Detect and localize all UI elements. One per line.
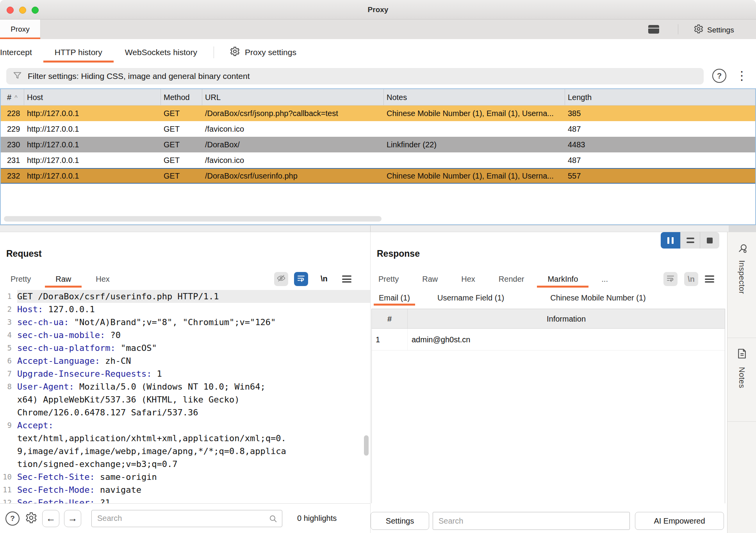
cell-url: /DoraBox/csrf/userinfo.php xyxy=(202,168,384,184)
gear-icon xyxy=(694,24,704,36)
cell-host: http://127.0.0.1 xyxy=(24,106,161,121)
request-line-12: 12Sec-Fetch-User: ?1 xyxy=(0,496,370,503)
column-header-host[interactable]: Host xyxy=(24,89,161,105)
tab-email-1[interactable]: Email (1) xyxy=(379,293,410,302)
filter-summary-text: Filter settings: Hiding CSS, image and g… xyxy=(28,72,250,81)
tab-websockets-history[interactable]: WebSockets history xyxy=(125,48,197,57)
cell-length: 557 xyxy=(565,168,755,184)
settings-label: Settings xyxy=(707,26,734,34)
cell-length: 487 xyxy=(565,121,755,137)
tab-markinfo[interactable]: MarkInfo xyxy=(547,275,578,284)
tab-username-field-1[interactable]: Username Field (1) xyxy=(437,293,504,302)
column-header-method[interactable]: Method xyxy=(161,89,202,105)
stop-icon[interactable] xyxy=(700,232,719,249)
settings-button[interactable]: Settings xyxy=(694,24,734,36)
request-line-11: 11Sec-Fetch-Mode: navigate xyxy=(0,483,370,496)
line-number: 10 xyxy=(0,470,15,483)
hide-highlights-button[interactable] xyxy=(274,272,288,286)
show-newlines-button[interactable]: \n xyxy=(321,274,328,283)
line-number: 1 xyxy=(0,290,15,303)
markinfo-row-1[interactable]: 1admin@gh0st.cn xyxy=(372,329,725,351)
line-number: 6 xyxy=(0,354,15,367)
column-header-notes[interactable]: Notes xyxy=(384,89,565,105)
eye-off-icon xyxy=(276,274,286,285)
help-icon[interactable]: ? xyxy=(712,69,726,83)
vertical-scrollbar-thumb[interactable] xyxy=(364,435,369,456)
request-line-1: 1GET /DoraBox/csrf/userinfo.php HTTP/1.1 xyxy=(0,290,370,303)
cell-id: 228 xyxy=(1,106,24,121)
word-wrap-button[interactable] xyxy=(663,272,678,286)
cell-notes: Chinese Mobile Number (1), Email (1), Us… xyxy=(384,168,565,184)
tab-proxy-label: Proxy xyxy=(11,25,30,34)
newline-icon: \n xyxy=(688,275,695,284)
markinfo-settings-button[interactable]: Settings xyxy=(371,512,429,530)
line-number: 4 xyxy=(0,329,15,342)
markinfo-table-header: # Information xyxy=(372,309,725,329)
column-header-index: # xyxy=(372,309,408,328)
cell-url: /DoraBox/ xyxy=(202,137,384,152)
editor-menu-icon[interactable] xyxy=(342,275,351,283)
window-layout-icon[interactable] xyxy=(648,25,659,34)
line-number: 3 xyxy=(0,316,15,329)
funnel-icon xyxy=(12,71,22,82)
sort-ascending-icon: ^ xyxy=(14,95,18,101)
request-line-2: 2Host: 127.0.0.1 xyxy=(0,303,370,316)
line-number: 11 xyxy=(0,483,15,496)
highlight-count: 0 highlights xyxy=(297,514,337,523)
proxy-settings-label: Proxy settings xyxy=(245,48,296,57)
column-header-index[interactable]: #^ xyxy=(1,89,24,105)
response-search-input[interactable] xyxy=(433,512,629,529)
tab-proxy[interactable]: Proxy xyxy=(0,20,41,39)
tab-chinese-mobile-number-1[interactable]: Chinese Mobile Number (1) xyxy=(550,293,646,302)
tab-more[interactable]: ... xyxy=(601,275,608,284)
response-title: Response xyxy=(377,249,420,259)
editor-menu-icon[interactable] xyxy=(705,275,714,283)
main-tab-bar: Proxy Settings xyxy=(0,20,756,39)
request-search-input[interactable] xyxy=(92,510,282,527)
intercept-controls xyxy=(661,232,719,249)
tab-http-history[interactable]: HTTP history xyxy=(55,48,102,57)
rail-tab-notes[interactable]: Notes xyxy=(727,338,756,421)
queue-lines-icon[interactable] xyxy=(680,232,700,249)
help-icon[interactable]: ? xyxy=(5,512,20,526)
tab-proxy-settings[interactable]: Proxy settings xyxy=(230,46,296,59)
horizontal-scrollbar-thumb[interactable] xyxy=(4,216,382,222)
tabbar-divider xyxy=(678,24,678,34)
tab-raw[interactable]: Raw xyxy=(55,275,71,284)
tab-render[interactable]: Render xyxy=(499,275,524,284)
request-line-5: 5sec-ch-ua-platform: "macOS" xyxy=(0,342,370,354)
show-newlines-button[interactable]: \n xyxy=(684,272,698,286)
tab-raw[interactable]: Raw xyxy=(422,275,438,284)
cell-id: 229 xyxy=(1,121,24,137)
history-row-232[interactable]: 232http://127.0.0.1GET/DoraBox/csrf/user… xyxy=(1,168,755,184)
request-view-tabs: PrettyRawHex \n xyxy=(0,270,370,288)
cell-host: http://127.0.0.1 xyxy=(24,152,161,168)
next-match-button[interactable]: → xyxy=(64,510,81,527)
response-panel: Response PrettyRawHexRenderMarkInfo... \… xyxy=(371,232,727,533)
tab-hex[interactable]: Hex xyxy=(461,275,475,284)
history-row-230[interactable]: 230http://127.0.0.1GET/DoraBox/Linkfinde… xyxy=(1,137,755,152)
history-row-231[interactable]: 231http://127.0.0.1GET/favicon.ico487 xyxy=(1,152,755,168)
panel-splitter[interactable] xyxy=(0,225,756,232)
search-settings-button[interactable] xyxy=(25,512,37,526)
splitter-divider xyxy=(370,225,371,232)
previous-match-button[interactable]: ← xyxy=(42,510,59,527)
ai-empowered-button[interactable]: AI Empowered xyxy=(635,512,724,530)
splitter-handle[interactable] xyxy=(729,225,756,232)
history-row-228[interactable]: 228http://127.0.0.1GET/DoraBox/csrf/json… xyxy=(1,106,755,121)
rail-tab-inspector[interactable]: Inspector xyxy=(727,232,756,338)
filter-settings-bar[interactable]: Filter settings: Hiding CSS, image and g… xyxy=(6,68,704,84)
word-wrap-button[interactable] xyxy=(294,272,308,286)
request-editor[interactable]: 1GET /DoraBox/csrf/userinfo.php HTTP/1.1… xyxy=(0,290,370,503)
tab-pretty[interactable]: Pretty xyxy=(11,275,31,284)
pause-icon[interactable] xyxy=(661,232,680,249)
request-line-3: 3sec-ch-ua: "Not/A)Brand";v="8", "Chromi… xyxy=(0,316,370,329)
markinfo-category-tabs: Email (1)Username Field (1)Chinese Mobil… xyxy=(371,289,727,306)
kebab-menu-icon[interactable]: ⋮ xyxy=(736,67,748,85)
tab-pretty[interactable]: Pretty xyxy=(378,275,399,284)
column-header-length[interactable]: Length xyxy=(565,89,755,105)
tab-hex[interactable]: Hex xyxy=(96,275,110,284)
history-row-229[interactable]: 229http://127.0.0.1GET/favicon.ico487 xyxy=(1,121,755,137)
column-header-url[interactable]: URL xyxy=(202,89,384,105)
tab-intercept[interactable]: Intercept xyxy=(0,48,32,57)
